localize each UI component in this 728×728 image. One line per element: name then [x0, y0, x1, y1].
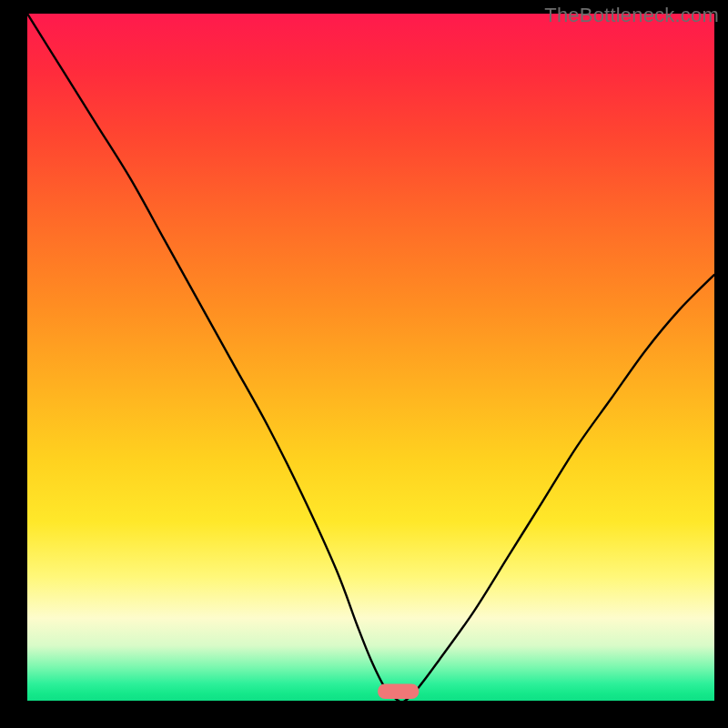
watermark-text: TheBottleneck.com [544, 4, 719, 27]
bottleneck-curve [27, 14, 714, 701]
curve-svg [27, 14, 714, 701]
min-marker [378, 683, 419, 699]
chart-frame: TheBottleneck.com [0, 0, 728, 728]
plot-area [27, 14, 714, 701]
